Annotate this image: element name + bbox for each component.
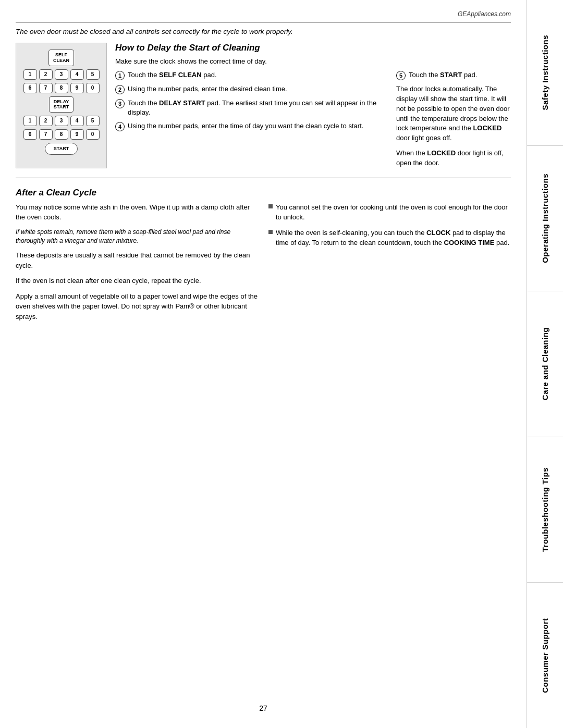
keypad-row-3: 1 2 3 4 5	[23, 116, 100, 126]
keypad-row-2: 6 7 8 9 0	[23, 83, 100, 93]
how-to-section: How to Delay the Start of Cleaning Make …	[115, 43, 511, 168]
key-6: 6	[23, 83, 37, 93]
after-section: After a Clean Cycle You may notice some …	[16, 188, 511, 327]
start-btn: START	[45, 143, 78, 155]
key-4b: 4	[70, 116, 84, 126]
step-2-num: 2	[115, 85, 125, 94]
key-7: 7	[39, 83, 53, 93]
key-3b: 3	[55, 116, 68, 126]
after-para-4: Apply a small amount of vegetable oil to…	[16, 291, 258, 322]
after-left: You may notice some white ash in the ove…	[16, 202, 258, 327]
bullet-item-2: While the oven is self-cleaning, you can…	[268, 228, 511, 248]
after-right: You cannot set the oven for cooking unti…	[268, 202, 511, 327]
step-5-text: Touch the START pad.	[409, 70, 477, 80]
key-2: 2	[39, 69, 53, 80]
how-to-intro: Make sure the clock shows the correct ti…	[115, 57, 511, 65]
delay-start-btn: DELAYSTART	[49, 96, 74, 113]
step-3-text: Touch the DELAY START pad. The earliest …	[128, 98, 388, 117]
tab-troubleshooting-label: Troubleshooting Tips	[541, 467, 549, 552]
key-5: 5	[86, 69, 100, 80]
keypad-row-4: 6 7 8 9 0	[23, 129, 100, 140]
key-3: 3	[55, 69, 68, 80]
how-to-left: 1 Touch the SELF CLEAN pad. 2 Using the …	[115, 70, 388, 168]
step5-followup-2: When the LOCKED door light is off, open …	[396, 149, 511, 168]
after-italic-1: If white spots remain, remove them with …	[16, 228, 258, 245]
key-2b: 2	[39, 116, 53, 126]
self-clean-btn: SELFCLEAN	[48, 50, 74, 66]
bullet-square-2	[268, 230, 273, 234]
tab-safety-label: Safety Instructions	[541, 35, 549, 110]
intro-text: The oven door must be closed and all con…	[16, 28, 511, 35]
after-para-2: These deposits are usually a salt residu…	[16, 250, 258, 270]
ge-header: GEAppliances.com	[16, 10, 511, 22]
step-3-num: 3	[115, 99, 125, 108]
section-divider	[16, 178, 511, 178]
keypad-row-1: 1 2 3 4 5	[23, 69, 100, 80]
bullet-item-1: You cannot set the oven for cooking unti…	[268, 202, 511, 223]
step-5-num: 5	[396, 71, 406, 80]
after-para-1: You may notice some white ash in the ove…	[16, 202, 258, 223]
how-to-right: 5 Touch the START pad. The door locks au…	[396, 70, 511, 168]
right-sidebar: Safety Instructions Operating Instructio…	[527, 0, 563, 728]
key-8: 8	[55, 83, 68, 93]
step-2: 2 Using the number pads, enter the desir…	[115, 84, 388, 94]
step-1-text: Touch the SELF CLEAN pad.	[128, 70, 217, 80]
key-8b: 8	[55, 129, 68, 140]
how-to-title: How to Delay the Start of Cleaning	[115, 43, 511, 53]
tab-operating-instructions[interactable]: Operating Instructions	[527, 146, 563, 292]
main-content: GEAppliances.com The oven door must be c…	[0, 0, 527, 728]
key-9: 9	[70, 83, 84, 93]
top-section: SELFCLEAN 1 2 3 4 5 6 7 8 9 0 DELAYSTART	[16, 43, 511, 168]
bullet-square-1	[268, 204, 273, 208]
step-3: 3 Touch the DELAY START pad. The earlies…	[115, 98, 388, 117]
tab-care-label: Care and Cleaning	[541, 327, 549, 400]
key-4: 4	[70, 69, 84, 80]
bullet-text-2: While the oven is self-cleaning, you can…	[276, 228, 511, 248]
key-0b: 0	[86, 129, 100, 140]
key-6b: 6	[23, 129, 37, 140]
after-columns: You may notice some white ash in the ove…	[16, 202, 511, 327]
key-1b: 1	[23, 116, 37, 126]
step-1-num: 1	[115, 71, 125, 80]
after-para-3: If the oven is not clean after one clean…	[16, 276, 258, 286]
step-1: 1 Touch the SELF CLEAN pad.	[115, 70, 388, 80]
tab-safety-instructions[interactable]: Safety Instructions	[527, 0, 563, 146]
step-5: 5 Touch the START pad.	[396, 70, 511, 80]
tab-consumer-support[interactable]: Consumer Support	[527, 583, 563, 728]
key-7b: 7	[39, 129, 53, 140]
website-url: GEAppliances.com	[458, 10, 511, 18]
tab-operating-label: Operating Instructions	[541, 174, 549, 263]
tab-care-cleaning[interactable]: Care and Cleaning	[527, 291, 563, 437]
key-0: 0	[86, 83, 100, 93]
step-4: 4 Using the number pads, enter the time …	[115, 121, 388, 131]
step-4-num: 4	[115, 122, 125, 131]
step5-followup-1: The door locks automatically. The displa…	[396, 84, 511, 143]
how-to-columns: 1 Touch the SELF CLEAN pad. 2 Using the …	[115, 70, 511, 168]
step-2-text: Using the number pads, enter the desired…	[128, 84, 287, 94]
after-title: After a Clean Cycle	[16, 188, 511, 198]
bullet-text-1: You cannot set the oven for cooking unti…	[276, 202, 511, 223]
keypad-diagram: SELFCLEAN 1 2 3 4 5 6 7 8 9 0 DELAYSTART	[16, 43, 107, 168]
key-1: 1	[23, 69, 37, 80]
page-number: 27	[259, 704, 267, 712]
step-4-text: Using the number pads, enter the time of…	[128, 121, 363, 131]
key-9b: 9	[70, 129, 84, 140]
tab-consumer-label: Consumer Support	[541, 618, 549, 693]
key-5b: 5	[86, 116, 100, 126]
tab-troubleshooting[interactable]: Troubleshooting Tips	[527, 437, 563, 583]
